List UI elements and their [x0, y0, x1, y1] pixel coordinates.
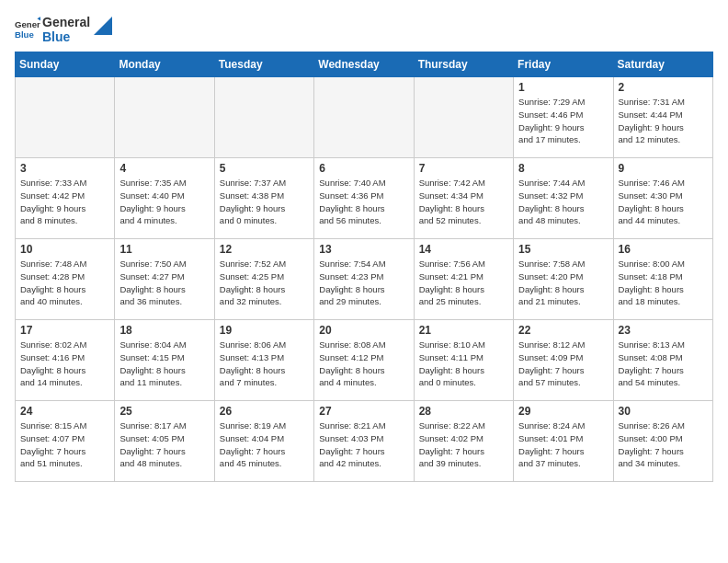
day-number: 28: [419, 405, 508, 418]
day-number: 5: [220, 162, 309, 175]
calendar-cell: 30Sunrise: 8:26 AMSunset: 4:00 PMDayligh…: [613, 401, 712, 482]
day-number: 25: [119, 405, 209, 418]
day-info: Sunrise: 7:35 AMSunset: 4:40 PMDaylight:…: [119, 177, 209, 227]
calendar-cell: 21Sunrise: 8:10 AMSunset: 4:11 PMDayligh…: [414, 320, 513, 401]
day-info: Sunrise: 8:02 AMSunset: 4:16 PMDaylight:…: [20, 339, 109, 389]
day-number: 4: [119, 162, 209, 175]
calendar-cell: 2Sunrise: 7:31 AMSunset: 4:44 PMDaylight…: [613, 77, 712, 158]
day-info: Sunrise: 8:26 AMSunset: 4:00 PMDaylight:…: [619, 419, 708, 470]
day-number: 11: [119, 243, 209, 256]
day-number: 20: [319, 324, 408, 337]
calendar-cell: 23Sunrise: 8:13 AMSunset: 4:08 PMDayligh…: [613, 320, 712, 401]
day-info: Sunrise: 7:33 AMSunset: 4:42 PMDaylight:…: [20, 177, 109, 227]
day-info: Sunrise: 8:10 AMSunset: 4:11 PMDaylight:…: [419, 339, 508, 389]
calendar-cell: 14Sunrise: 7:56 AMSunset: 4:21 PMDayligh…: [414, 239, 513, 320]
day-number: 16: [619, 243, 708, 256]
calendar-cell: [115, 77, 214, 158]
day-number: 7: [419, 162, 508, 175]
day-info: Sunrise: 8:19 AMSunset: 4:04 PMDaylight:…: [220, 419, 309, 470]
day-info: Sunrise: 8:04 AMSunset: 4:15 PMDaylight:…: [119, 339, 209, 389]
calendar-cell: 25Sunrise: 8:17 AMSunset: 4:05 PMDayligh…: [115, 401, 214, 482]
day-info: Sunrise: 7:58 AMSunset: 4:20 PMDaylight:…: [518, 258, 608, 308]
day-number: 29: [518, 405, 608, 418]
day-info: Sunrise: 7:44 AMSunset: 4:32 PMDaylight:…: [518, 177, 608, 227]
calendar-week-1: 3Sunrise: 7:33 AMSunset: 4:42 PMDaylight…: [16, 158, 713, 239]
day-info: Sunrise: 7:31 AMSunset: 4:44 PMDaylight:…: [619, 96, 708, 146]
logo-triangle-icon: [94, 17, 112, 35]
logo: General Blue General Blue: [15, 15, 112, 44]
day-info: Sunrise: 7:54 AMSunset: 4:23 PMDaylight:…: [319, 258, 408, 308]
calendar-cell: 12Sunrise: 7:52 AMSunset: 4:25 PMDayligh…: [214, 239, 313, 320]
day-number: 13: [319, 243, 408, 256]
day-info: Sunrise: 7:29 AMSunset: 4:46 PMDaylight:…: [518, 96, 608, 146]
day-number: 19: [220, 324, 309, 337]
calendar-cell: 8Sunrise: 7:44 AMSunset: 4:32 PMDaylight…: [514, 158, 613, 239]
day-number: 2: [619, 81, 708, 94]
day-info: Sunrise: 7:52 AMSunset: 4:25 PMDaylight:…: [220, 258, 309, 308]
day-number: 26: [220, 405, 309, 418]
calendar-cell: 26Sunrise: 8:19 AMSunset: 4:04 PMDayligh…: [214, 401, 313, 482]
day-number: 24: [20, 405, 109, 418]
day-number: 3: [20, 162, 109, 175]
svg-marker-3: [94, 17, 112, 35]
day-info: Sunrise: 8:22 AMSunset: 4:02 PMDaylight:…: [419, 419, 508, 470]
day-info: Sunrise: 8:08 AMSunset: 4:12 PMDaylight:…: [319, 339, 408, 389]
logo-blue: Blue: [42, 29, 90, 44]
calendar-cell: [314, 77, 414, 158]
day-info: Sunrise: 8:00 AMSunset: 4:18 PMDaylight:…: [619, 258, 708, 308]
weekday-header-thursday: Thursday: [414, 52, 513, 77]
day-info: Sunrise: 7:40 AMSunset: 4:36 PMDaylight:…: [319, 177, 408, 227]
calendar-cell: 5Sunrise: 7:37 AMSunset: 4:38 PMDaylight…: [214, 158, 313, 239]
weekday-header-saturday: Saturday: [613, 52, 712, 77]
day-info: Sunrise: 8:21 AMSunset: 4:03 PMDaylight:…: [319, 419, 408, 470]
calendar-cell: 6Sunrise: 7:40 AMSunset: 4:36 PMDaylight…: [314, 158, 414, 239]
calendar-cell: 18Sunrise: 8:04 AMSunset: 4:15 PMDayligh…: [115, 320, 214, 401]
weekday-header-monday: Monday: [115, 52, 214, 77]
calendar-cell: [414, 77, 513, 158]
calendar-cell: 20Sunrise: 8:08 AMSunset: 4:12 PMDayligh…: [314, 320, 414, 401]
calendar-cell: 16Sunrise: 8:00 AMSunset: 4:18 PMDayligh…: [613, 239, 712, 320]
calendar-cell: 15Sunrise: 7:58 AMSunset: 4:20 PMDayligh…: [514, 239, 613, 320]
logo-icon: General Blue: [15, 17, 40, 42]
day-info: Sunrise: 8:12 AMSunset: 4:09 PMDaylight:…: [518, 339, 608, 389]
calendar-cell: 28Sunrise: 8:22 AMSunset: 4:02 PMDayligh…: [414, 401, 513, 482]
calendar-cell: 7Sunrise: 7:42 AMSunset: 4:34 PMDaylight…: [414, 158, 513, 239]
weekday-header-sunday: Sunday: [16, 52, 115, 77]
calendar-cell: 4Sunrise: 7:35 AMSunset: 4:40 PMDaylight…: [115, 158, 214, 239]
day-info: Sunrise: 7:48 AMSunset: 4:28 PMDaylight:…: [20, 258, 109, 308]
day-number: 15: [518, 243, 608, 256]
calendar-cell: 13Sunrise: 7:54 AMSunset: 4:23 PMDayligh…: [314, 239, 414, 320]
calendar-cell: 9Sunrise: 7:46 AMSunset: 4:30 PMDaylight…: [613, 158, 712, 239]
svg-text:Blue: Blue: [15, 29, 34, 40]
day-info: Sunrise: 8:17 AMSunset: 4:05 PMDaylight:…: [119, 419, 209, 470]
day-number: 22: [518, 324, 608, 337]
day-number: 8: [518, 162, 608, 175]
calendar-cell: 24Sunrise: 8:15 AMSunset: 4:07 PMDayligh…: [16, 401, 115, 482]
day-number: 27: [319, 405, 408, 418]
day-info: Sunrise: 7:37 AMSunset: 4:38 PMDaylight:…: [220, 177, 309, 227]
calendar-table: SundayMondayTuesdayWednesdayThursdayFrid…: [15, 52, 713, 482]
day-info: Sunrise: 7:42 AMSunset: 4:34 PMDaylight:…: [419, 177, 508, 227]
calendar-week-4: 24Sunrise: 8:15 AMSunset: 4:07 PMDayligh…: [16, 401, 713, 482]
day-number: 9: [619, 162, 708, 175]
calendar-cell: 27Sunrise: 8:21 AMSunset: 4:03 PMDayligh…: [314, 401, 414, 482]
day-info: Sunrise: 8:06 AMSunset: 4:13 PMDaylight:…: [220, 339, 309, 389]
day-number: 10: [20, 243, 109, 256]
calendar-header: SundayMondayTuesdayWednesdayThursdayFrid…: [16, 52, 713, 77]
calendar-cell: 17Sunrise: 8:02 AMSunset: 4:16 PMDayligh…: [16, 320, 115, 401]
calendar-cell: [214, 77, 313, 158]
calendar-cell: [16, 77, 115, 158]
day-number: 23: [619, 324, 708, 337]
svg-text:General: General: [15, 19, 40, 29]
weekday-header-tuesday: Tuesday: [214, 52, 313, 77]
day-info: Sunrise: 8:15 AMSunset: 4:07 PMDaylight:…: [20, 419, 109, 470]
weekday-header-friday: Friday: [514, 52, 613, 77]
calendar-cell: 11Sunrise: 7:50 AMSunset: 4:27 PMDayligh…: [115, 239, 214, 320]
calendar-cell: 19Sunrise: 8:06 AMSunset: 4:13 PMDayligh…: [214, 320, 313, 401]
calendar-cell: 3Sunrise: 7:33 AMSunset: 4:42 PMDaylight…: [16, 158, 115, 239]
calendar-week-2: 10Sunrise: 7:48 AMSunset: 4:28 PMDayligh…: [16, 239, 713, 320]
day-info: Sunrise: 7:46 AMSunset: 4:30 PMDaylight:…: [619, 177, 708, 227]
day-number: 18: [119, 324, 209, 337]
day-info: Sunrise: 7:50 AMSunset: 4:27 PMDaylight:…: [119, 258, 209, 308]
day-number: 12: [220, 243, 309, 256]
